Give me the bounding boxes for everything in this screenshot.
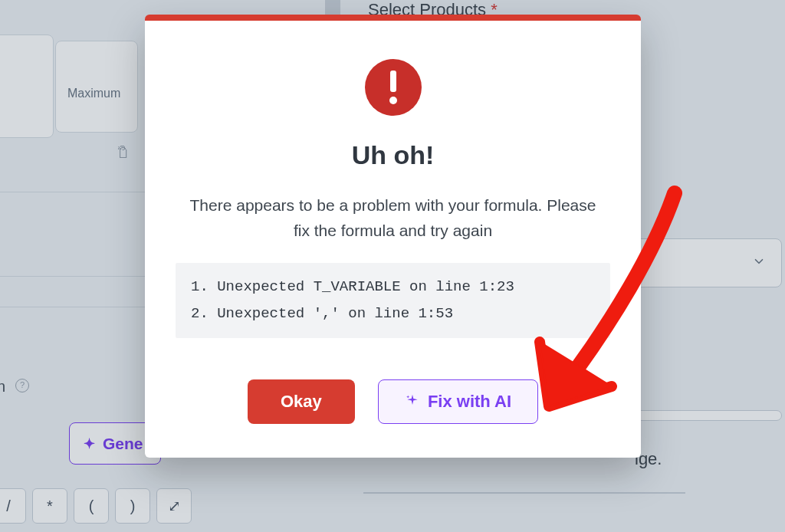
alert-icon xyxy=(365,59,422,116)
dialog-button-row: Okay Fix with AI xyxy=(180,379,606,424)
error-list: 1. Unexpected T_VARIABLE on line 1:23 2.… xyxy=(176,263,610,338)
sparkle-icon xyxy=(405,393,420,411)
dialog-message: There appears to be a problem with your … xyxy=(185,193,601,243)
error-line: 2. Unexpected ',' on line 1:53 xyxy=(191,305,453,322)
okay-button-label: Okay xyxy=(281,392,322,412)
error-dialog: Uh oh! There appears to be a problem wit… xyxy=(145,15,641,458)
fix-with-ai-button[interactable]: Fix with AI xyxy=(378,379,538,424)
fix-with-ai-button-label: Fix with AI xyxy=(428,392,511,412)
error-line: 1. Unexpected T_VARIABLE on line 1:23 xyxy=(191,278,514,295)
svg-point-1 xyxy=(389,97,397,104)
okay-button[interactable]: Okay xyxy=(248,379,355,424)
svg-rect-0 xyxy=(390,71,396,92)
dialog-title: Uh oh! xyxy=(180,140,606,170)
